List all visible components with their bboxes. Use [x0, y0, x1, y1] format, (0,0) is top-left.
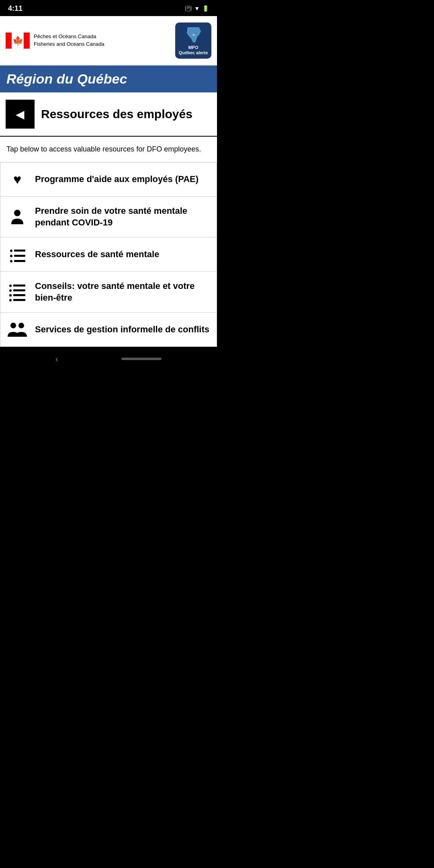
- header-french-name: Pêches et Océans Canada: [34, 33, 171, 40]
- svg-point-19: [9, 299, 12, 301]
- mpo-badge-text: MPO Québec alerte: [179, 45, 208, 55]
- menu-item-conflict[interactable]: Services de gestion informelle de confli…: [0, 313, 217, 347]
- svg-rect-20: [13, 299, 25, 301]
- vibrate-icon: 📳: [185, 5, 192, 12]
- menu-item-conseils[interactable]: Conseils: votre santé mentale et votre b…: [0, 272, 217, 313]
- mpo-badge[interactable]: 🦈 MPO Québec alerte: [175, 23, 211, 59]
- page-description: Tap below to access valuable resources f…: [0, 137, 217, 162]
- svg-point-17: [9, 294, 12, 297]
- mpo-line2: Québec alerte: [179, 50, 208, 55]
- heart-icon: ♥: [7, 172, 28, 187]
- list-bullet-icon: [7, 283, 28, 302]
- app-header: 🍁 Pêches et Océans Canada Fisheries and …: [0, 16, 217, 66]
- app-container: 🍁 Pêches et Océans Canada Fisheries and …: [0, 16, 217, 347]
- person-icon: [7, 209, 28, 225]
- battery-icon: 🔋: [202, 5, 209, 12]
- mpo-line1: MPO: [179, 45, 208, 50]
- list-icon: [7, 246, 28, 262]
- blue-banner: Région du Québec: [0, 66, 217, 92]
- svg-point-11: [10, 260, 12, 262]
- svg-rect-1: [24, 33, 30, 49]
- svg-point-21: [10, 323, 16, 328]
- status-icons: 📳 ▼ 🔋: [185, 5, 209, 12]
- menu-label-pae: Programme d'aide aux employés (PAE): [35, 174, 199, 185]
- menu-label-conflict: Services de gestion informelle de confli…: [35, 324, 209, 336]
- svg-point-13: [9, 285, 12, 287]
- svg-rect-8: [14, 250, 25, 252]
- canada-flag: 🍁: [6, 33, 30, 49]
- nav-back-button[interactable]: ‹: [55, 354, 58, 364]
- page-header: ◀ Ressources des employés: [0, 92, 217, 137]
- svg-rect-10: [14, 255, 25, 257]
- menu-label-mental-resources: Ressources de santé mentale: [35, 249, 159, 260]
- svg-point-7: [10, 250, 12, 252]
- svg-rect-18: [13, 294, 25, 296]
- people-icon: [7, 321, 28, 338]
- svg-point-9: [10, 255, 12, 257]
- wifi-icon: ▼: [194, 5, 200, 12]
- menu-item-pae[interactable]: ♥ Programme d'aide aux employés (PAE): [0, 162, 217, 197]
- back-arrow-icon: ◀: [16, 108, 25, 121]
- svg-rect-14: [13, 285, 25, 287]
- menu-item-mental-resources[interactable]: Ressources de santé mentale: [0, 237, 217, 272]
- menu-item-mental-covid[interactable]: Prendre soin de votre santé mentale pend…: [0, 197, 217, 237]
- svg-text:🍁: 🍁: [12, 35, 24, 46]
- header-english-name: Fisheries and Oceans Canada: [34, 41, 171, 48]
- nav-home-pill[interactable]: [121, 358, 162, 360]
- bottom-navigation: ‹: [0, 347, 217, 371]
- svg-rect-16: [13, 289, 25, 291]
- svg-point-6: [14, 210, 20, 216]
- menu-label-conseils: Conseils: votre santé mentale et votre b…: [35, 280, 210, 303]
- page-title: Ressources des employés: [41, 107, 192, 121]
- svg-text:🦈: 🦈: [192, 33, 196, 37]
- svg-point-15: [9, 289, 12, 292]
- header-text: Pêches et Océans Canada Fisheries and Oc…: [34, 33, 171, 48]
- banner-title: Région du Québec: [6, 71, 127, 86]
- back-button[interactable]: ◀: [6, 100, 35, 129]
- status-time: 4:11: [8, 4, 23, 13]
- menu-label-mental-covid: Prendre soin de votre santé mentale pend…: [35, 205, 210, 228]
- svg-point-22: [18, 323, 24, 328]
- mpo-map-icon: 🦈: [183, 26, 203, 44]
- svg-rect-12: [14, 260, 25, 262]
- menu-list: ♥ Programme d'aide aux employés (PAE) Pr…: [0, 162, 217, 347]
- svg-rect-0: [6, 33, 12, 49]
- status-bar: 4:11 📳 ▼ 🔋: [0, 0, 217, 16]
